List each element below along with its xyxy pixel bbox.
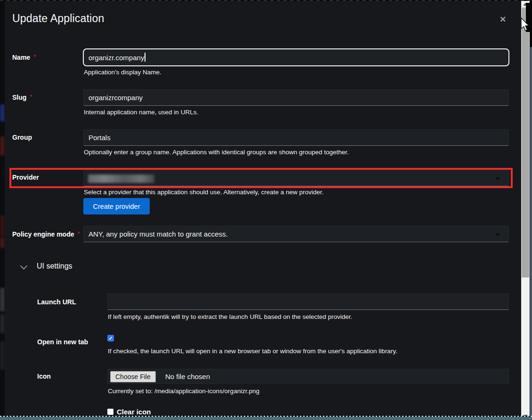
- scrollbar-thumb[interactable]: [522, 8, 529, 277]
- choose-file-button[interactable]: Choose File: [110, 371, 156, 382]
- policy-engine-mode-select[interactable]: ANY, any policy must match to grant acce…: [83, 226, 509, 242]
- clear-icon-label: Clear icon: [117, 408, 151, 416]
- open-in-new-tab-checkbox[interactable]: ✓: [107, 335, 114, 341]
- right-edge-notch: [526, 3, 532, 32]
- backdrop-blob: [0, 314, 5, 333]
- launch-url-input[interactable]: [107, 293, 509, 310]
- provider-help-text: Select a provider that this application …: [84, 189, 323, 196]
- slug-input[interactable]: [83, 89, 509, 106]
- bottom-edge-teal-strip: [0, 417, 532, 420]
- backdrop-blob: [0, 215, 5, 237]
- group-input[interactable]: [83, 129, 509, 146]
- name-field-label: Name*: [12, 53, 36, 62]
- chevron-down-icon: [495, 177, 500, 180]
- icon-file-input[interactable]: Choose File No file chosen: [107, 369, 509, 384]
- chevron-down-icon: [20, 262, 28, 270]
- policy-engine-mode-value: ANY, any policy must match to grant acce…: [89, 230, 228, 238]
- provider-select[interactable]: [83, 170, 509, 186]
- icon-field-label: Icon: [37, 372, 51, 380]
- group-field-label: Group: [12, 133, 32, 142]
- required-asterisk: *: [77, 230, 80, 237]
- name-help-text: Application's display Name.: [84, 69, 161, 76]
- check-icon: ✓: [108, 335, 113, 341]
- backdrop-blob: [0, 341, 5, 370]
- policy-engine-mode-label: Policy engine mode*: [12, 230, 80, 238]
- clear-icon-checkbox[interactable]: [107, 409, 113, 415]
- backdrop-blob: [0, 104, 5, 121]
- launch-url-label: Launch URL: [37, 298, 76, 306]
- close-icon[interactable]: ✕: [497, 14, 508, 25]
- slug-field-label: Slug*: [12, 93, 32, 102]
- text-caret: [145, 53, 145, 62]
- backdrop-blob: [0, 136, 5, 155]
- backdrop-page-strip: [0, 0, 5, 420]
- ui-settings-section-toggle[interactable]: [21, 263, 26, 269]
- backdrop-blob: [0, 288, 5, 311]
- capture-marquee-top: [0, 0, 532, 1]
- slug-help-text: Internal application name, used in URLs.: [84, 109, 198, 116]
- required-asterisk: *: [33, 53, 36, 60]
- file-chosen-status: No file chosen: [165, 369, 210, 384]
- open-in-new-tab-help-text: If checked, the launch URL will open in …: [108, 348, 397, 355]
- icon-help-text: Currently set to: /media/application-ico…: [108, 388, 259, 395]
- vertical-scrollbar[interactable]: [521, 0, 530, 420]
- ui-settings-section-label[interactable]: UI settings: [37, 262, 73, 270]
- create-provider-button[interactable]: Create provider: [83, 198, 150, 214]
- open-in-new-tab-label: Open in new tab: [37, 338, 88, 346]
- page-title: Update Application: [12, 12, 104, 25]
- provider-field-label: Provider: [12, 173, 39, 182]
- redacted-provider-value: [88, 174, 154, 183]
- chevron-down-icon: [495, 233, 500, 236]
- name-input[interactable]: [83, 48, 509, 66]
- group-help-text: Optionally enter a group name. Applicati…: [84, 149, 349, 156]
- launch-url-help-text: If left empty, authentik will try to ext…: [108, 313, 352, 320]
- backdrop-blob: [0, 238, 5, 248]
- right-edge-teal-strip: [530, 47, 532, 420]
- required-asterisk: *: [30, 93, 32, 100]
